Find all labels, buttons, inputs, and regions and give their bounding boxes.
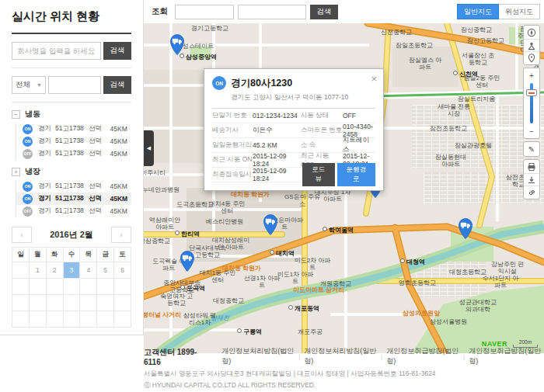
close-icon[interactable]: × (371, 73, 377, 85)
vehicle-col: 경기 (38, 149, 55, 158)
company-search-row: 검색 (12, 42, 131, 60)
zoom-slider-handle[interactable] (526, 89, 537, 96)
tree-group-label: 냉장 (25, 166, 40, 177)
footer-link[interactable]: 개인정보처리방침(법인형) (221, 346, 295, 366)
calendar-day[interactable]: 4 (80, 262, 97, 279)
calendar-day[interactable] (29, 279, 46, 295)
calendar-day[interactable] (12, 262, 30, 279)
popup-label: 소 속 (301, 140, 343, 150)
calendar-day[interactable]: 2 (46, 262, 63, 279)
calendar-day[interactable] (46, 295, 63, 311)
vehicle-row[interactable]: ON경기51고1738선덕45KM (16, 193, 131, 205)
calendar-day[interactable] (97, 295, 114, 311)
footer-link[interactable]: 개인정보취급방침(법인형) (386, 346, 459, 366)
calendar-day[interactable] (46, 311, 63, 328)
calendar-next-button[interactable]: › (111, 227, 131, 243)
vehicle-col: 45KM (110, 207, 131, 215)
zoom-slider[interactable] (530, 83, 533, 123)
map-canvas[interactable]: 경기고등학교삼성스테이트삼성중앙역신천중학교잠신중학교잠신고등학교잠일초등학교잠… (144, 23, 544, 353)
calendar-nav: ‹ 2016년 2월 › (12, 227, 131, 243)
zoom-out-button[interactable]: − (524, 125, 539, 137)
print-icon[interactable] (524, 161, 539, 173)
filter-search-row: 전체 ▼ 검색 (12, 76, 131, 94)
calendar-day[interactable] (12, 295, 30, 311)
footer-link[interactable]: 개인정보취급방침(일반형) (469, 346, 542, 366)
vehicle-marker-icon[interactable] (261, 213, 280, 236)
calendar-day[interactable]: 3 (63, 262, 80, 279)
calendar-prev-button[interactable]: ‹ (12, 227, 32, 243)
vehicle-marker-icon[interactable] (178, 249, 197, 272)
calendar-day[interactable] (97, 279, 114, 295)
topbar-input-2[interactable] (238, 5, 306, 19)
status-badge: ON (23, 137, 33, 147)
compass-icon[interactable] (524, 26, 539, 39)
filter-search-button[interactable]: 검색 (103, 76, 131, 94)
link-icon[interactable] (524, 186, 539, 198)
footer: 고객센터 1899-6116 개인정보처리방침(법인형)|개인정보처리방침(일반… (144, 346, 542, 390)
search-label: 조회 (152, 6, 168, 17)
company-search-button[interactable]: 검색 (103, 42, 131, 60)
vehicle-col: 45KM (110, 182, 131, 190)
filter-select[interactable]: 전체 ▼ (12, 76, 46, 94)
map-type-satellite-button[interactable]: 위성지도 (499, 4, 540, 19)
route-button[interactable]: 운행경로 (337, 163, 375, 186)
calendar-day[interactable]: 1 (29, 262, 46, 279)
download-icon[interactable] (524, 173, 539, 186)
vehicle-col: 45KM (110, 125, 131, 133)
calendar-day[interactable] (12, 311, 30, 328)
calendar-day[interactable] (114, 279, 131, 295)
vehicle-col: 경기 (38, 206, 55, 216)
map-type-normal-button[interactable]: 일반지도 (457, 4, 499, 19)
popup-value: 2015-12-09 18:24 (253, 167, 301, 182)
map-controls: + − ✎ (522, 25, 541, 199)
location-pin-icon[interactable] (524, 51, 539, 64)
tree-expander-icon[interactable]: − (12, 110, 20, 119)
calendar-day[interactable] (80, 295, 97, 311)
vehicle-row[interactable]: OFF경기51고1738선덕45KM (16, 205, 131, 217)
vehicle-row[interactable]: OFF경기51고1738선덕45KM (16, 147, 131, 160)
vehicle-row[interactable]: ON경기51고1738선덕45KM (16, 135, 131, 147)
map-scale: 200m (513, 339, 538, 348)
sidebar-collapse-button[interactable]: ◀ (144, 130, 154, 166)
popup-label: 단말기 번호 (212, 111, 253, 120)
calendar-day[interactable] (63, 279, 80, 295)
vehicle-row[interactable]: ON경기51고1738선덕45KM (16, 123, 131, 135)
calendar-day[interactable] (29, 311, 46, 328)
topbar-input-1[interactable] (175, 5, 234, 19)
calendar-day[interactable] (46, 279, 63, 295)
filter-input[interactable] (48, 76, 101, 94)
tree-expander-icon[interactable]: + (12, 168, 20, 176)
topbar-search-button[interactable]: 검색 (310, 5, 338, 19)
calendar-day[interactable]: 6 (114, 262, 131, 279)
calendar-day[interactable] (29, 295, 46, 311)
map-attribution: NAVER 200m (482, 339, 538, 348)
status-badge: OFF (23, 149, 33, 159)
calendar-day[interactable] (63, 311, 80, 328)
popup-value: 이은수 (253, 126, 301, 135)
calendar: ‹ 2016년 2월 › 일월화수목금토123456 (12, 227, 131, 328)
calendar-day[interactable] (63, 295, 80, 311)
calendar-day[interactable] (80, 279, 97, 295)
roadview-button[interactable]: 로드뷰 (302, 163, 335, 186)
roadview-icon[interactable] (524, 39, 539, 51)
naver-logo: NAVER (482, 340, 507, 348)
vehicle-row[interactable]: ON경기51고1738선덕45KM (16, 180, 131, 193)
calendar-day[interactable] (12, 279, 30, 295)
calendar-day[interactable] (114, 295, 131, 311)
vehicle-col: 경기 (38, 137, 55, 146)
popup-row: 일일운행거리45.2 KM소 속지트레이스 (212, 138, 375, 153)
footer-link[interactable]: 개인정보처리방침(일반형) (304, 346, 377, 366)
vehicle-detail-table: 단말기 번호012-1234-1234시동 상태OFF배송기사이은수스마트폰 번… (212, 108, 375, 182)
calendar-day[interactable] (80, 311, 97, 328)
measure-pencil-icon[interactable]: ✎ (524, 143, 539, 155)
calendar-weekday: 목 (80, 248, 97, 262)
vehicle-marker-icon[interactable] (456, 217, 475, 240)
company-search-input[interactable] (12, 42, 101, 60)
popup-value: 012-1234-1234 (253, 112, 301, 120)
sidebar: 실시간 위치 현황 검색 전체 ▼ 검색 −냉동ON경기51고1738선덕45K… (0, 0, 144, 335)
vehicle-marker-icon[interactable] (168, 33, 187, 56)
calendar-day[interactable]: 5 (97, 262, 114, 279)
zoom-in-button[interactable]: + (524, 69, 539, 82)
calendar-day[interactable] (97, 311, 114, 328)
calendar-day[interactable] (114, 311, 131, 328)
